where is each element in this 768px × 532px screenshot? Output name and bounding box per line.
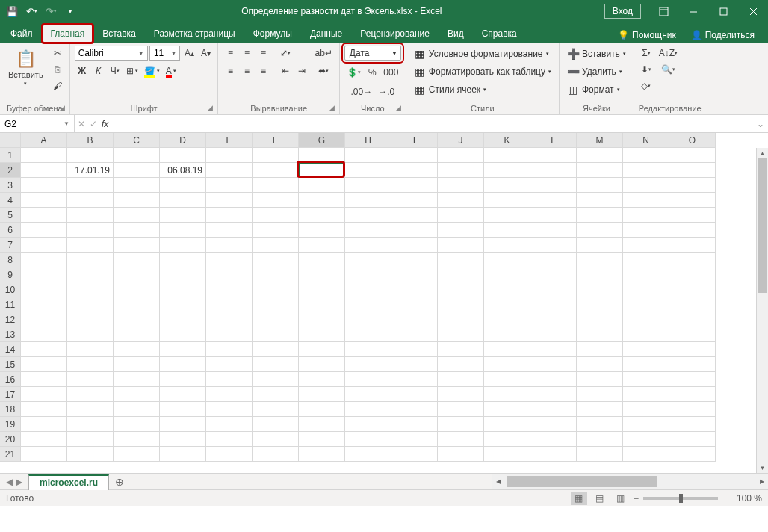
cell[interactable] (67, 312, 114, 327)
page-layout-view-button[interactable]: ▤ (592, 492, 608, 505)
cell[interactable] (253, 342, 299, 357)
cell[interactable] (253, 148, 299, 163)
row-header[interactable]: 21 (0, 447, 21, 462)
cell[interactable] (345, 402, 391, 417)
cell[interactable] (21, 163, 67, 178)
cut-button[interactable]: ✂ (50, 46, 65, 61)
cell[interactable] (391, 178, 438, 193)
cell[interactable] (577, 417, 623, 432)
cell[interactable] (438, 342, 484, 357)
delete-cells-button[interactable]: ➖Удалить▾ (564, 64, 629, 80)
cell[interactable] (484, 238, 530, 253)
cell[interactable] (577, 372, 623, 387)
cell[interactable] (577, 312, 623, 327)
cell[interactable] (21, 267, 67, 282)
cell[interactable] (114, 342, 160, 357)
horizontal-scrollbar[interactable]: ◀ ▶ (492, 474, 768, 489)
vertical-scrollbar[interactable]: ▲ ▼ (756, 148, 768, 473)
cell[interactable] (160, 447, 206, 462)
cell[interactable] (160, 327, 206, 342)
cell[interactable] (530, 208, 577, 223)
cell[interactable] (577, 282, 623, 297)
cell[interactable] (253, 238, 299, 253)
cell[interactable] (530, 238, 577, 253)
cell[interactable] (114, 432, 160, 447)
tab-home[interactable]: Главная (42, 24, 94, 43)
cell[interactable] (438, 267, 484, 282)
cell[interactable] (253, 432, 299, 447)
cell[interactable] (391, 297, 438, 312)
tab-page-layout[interactable]: Разметка страницы (145, 24, 244, 43)
chevron-down-icon[interactable]: ▼ (168, 50, 180, 57)
cell[interactable] (114, 238, 160, 253)
cell[interactable] (530, 282, 577, 297)
column-header[interactable]: I (391, 133, 438, 148)
cell[interactable] (669, 178, 716, 193)
cell[interactable] (345, 297, 391, 312)
cell[interactable] (484, 447, 530, 462)
cell[interactable] (438, 447, 484, 462)
cell[interactable] (21, 327, 67, 342)
cell[interactable] (67, 372, 114, 387)
cell[interactable] (67, 148, 114, 163)
cell[interactable] (669, 342, 716, 357)
cell[interactable] (253, 402, 299, 417)
row-header[interactable]: 10 (0, 282, 21, 297)
cell[interactable] (345, 193, 391, 208)
cell-styles-button[interactable]: ▦Стили ячеек▾ (411, 81, 554, 98)
cell[interactable] (484, 387, 530, 402)
align-top-button[interactable]: ≡ (223, 46, 238, 61)
cell[interactable] (530, 253, 577, 267)
cell[interactable] (623, 372, 669, 387)
cell[interactable] (114, 163, 160, 178)
cell[interactable] (114, 208, 160, 223)
cell[interactable] (21, 208, 67, 223)
cell[interactable] (530, 148, 577, 163)
cell[interactable] (299, 193, 345, 208)
save-icon[interactable]: 💾 (3, 2, 21, 20)
find-select-button[interactable]: 🔍▾ (657, 62, 680, 77)
comma-button[interactable]: 000 (381, 65, 400, 80)
cell[interactable] (391, 387, 438, 402)
cell[interactable] (391, 357, 438, 372)
dialog-launcher-icon[interactable]: ◢ (329, 104, 335, 111)
cell[interactable] (391, 417, 438, 432)
sheet-prev-icon[interactable]: ◀ (6, 477, 13, 487)
cell[interactable] (669, 432, 716, 447)
cell[interactable] (577, 223, 623, 238)
cell[interactable] (114, 372, 160, 387)
column-header[interactable]: M (577, 133, 623, 148)
cell[interactable] (114, 253, 160, 267)
cell[interactable] (623, 193, 669, 208)
cell[interactable] (160, 432, 206, 447)
cell[interactable] (391, 282, 438, 297)
cell[interactable] (438, 163, 484, 178)
cell[interactable] (577, 208, 623, 223)
maximize-icon[interactable] (708, 0, 738, 22)
cell[interactable] (623, 267, 669, 282)
cell[interactable] (21, 223, 67, 238)
row-header[interactable]: 1 (0, 148, 21, 163)
cell[interactable] (669, 238, 716, 253)
cell[interactable] (484, 163, 530, 178)
cell[interactable] (67, 342, 114, 357)
cell[interactable] (623, 327, 669, 342)
cell[interactable] (577, 163, 623, 178)
cell[interactable] (67, 357, 114, 372)
row-header[interactable]: 5 (0, 208, 21, 223)
cell[interactable] (577, 447, 623, 462)
cell[interactable] (206, 282, 253, 297)
cell[interactable] (299, 432, 345, 447)
cell[interactable] (577, 402, 623, 417)
page-break-view-button[interactable]: ▥ (613, 492, 629, 505)
cell[interactable] (253, 387, 299, 402)
cell[interactable] (299, 253, 345, 267)
clear-button[interactable]: ◇▾ (639, 78, 654, 93)
cell[interactable] (114, 267, 160, 282)
row-header[interactable]: 3 (0, 178, 21, 193)
cell[interactable] (438, 297, 484, 312)
cell[interactable] (623, 282, 669, 297)
cell[interactable] (206, 402, 253, 417)
cell[interactable] (67, 178, 114, 193)
cell[interactable] (67, 297, 114, 312)
